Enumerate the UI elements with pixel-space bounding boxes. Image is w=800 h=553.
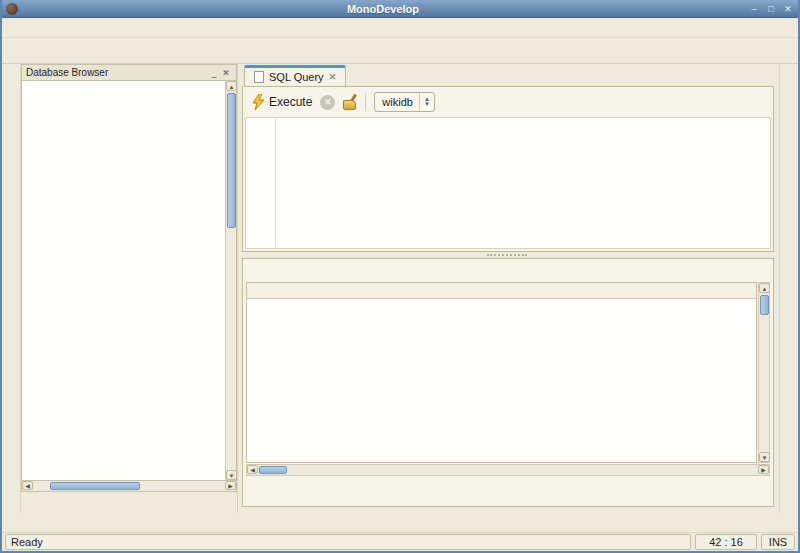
pad-close-icon[interactable]: ✕ (220, 68, 232, 78)
scroll-right-icon[interactable]: ▶ (225, 481, 236, 490)
connection-combo[interactable]: wikidb ▲▼ (374, 92, 435, 112)
pad-header: Database Browser _ ✕ (21, 64, 237, 81)
splitter-handle[interactable] (242, 252, 774, 258)
scroll-up-icon[interactable]: ▲ (759, 283, 770, 293)
minimize-icon[interactable]: ‒ (748, 3, 760, 15)
database-tree (22, 81, 225, 480)
clear-broom-icon[interactable] (343, 94, 357, 110)
right-dock-strip (779, 64, 798, 513)
scroll-down-icon[interactable]: ▼ (759, 452, 770, 462)
grid-horizontal-scrollbar[interactable]: ◀ ▶ (246, 464, 770, 476)
scroll-left-icon[interactable]: ◀ (247, 465, 258, 474)
close-icon[interactable]: ✕ (782, 3, 794, 15)
content-area: Database Browser _ ✕ ▲ ▼ ◀ ▶ (2, 64, 798, 513)
scroll-up-icon[interactable]: ▲ (226, 81, 237, 91)
pad-title: Database Browser (26, 67, 208, 78)
code-lines (276, 118, 284, 248)
pagination-bar (243, 476, 773, 506)
results-panel: ▲ ▼ ◀ ▶ (242, 258, 774, 507)
caret-position: 42 : 16 (695, 534, 757, 550)
tab-close-icon[interactable]: ✕ (329, 72, 337, 82)
grid-header-row (247, 283, 756, 299)
pad-minimize-icon[interactable]: _ (208, 68, 220, 78)
window-title: MonoDevelop (18, 3, 748, 15)
sql-toolbar: Execute ✕ wikidb ▲▼ (243, 87, 773, 117)
status-message: Ready (5, 534, 691, 550)
menubar (2, 18, 798, 38)
execute-button[interactable]: Execute (251, 94, 312, 110)
scroll-down-icon[interactable]: ▼ (226, 470, 237, 480)
document-tabs: SQL Query ✕ (242, 64, 774, 86)
tree-horizontal-scrollbar[interactable]: ◀ ▶ (21, 481, 237, 492)
tree-vertical-scrollbar[interactable]: ▲ ▼ (225, 81, 236, 480)
bottom-pad-tabs (2, 513, 798, 532)
app-icon (6, 3, 18, 15)
sql-editor-panel: Execute ✕ wikidb ▲▼ (242, 86, 774, 252)
stop-query-icon[interactable]: ✕ (320, 95, 335, 110)
scrollbar-thumb[interactable] (259, 466, 287, 474)
scroll-right-icon[interactable]: ▶ (758, 465, 769, 474)
document-icon (254, 71, 264, 83)
insert-mode-indicator: INS (761, 534, 795, 550)
statusbar: Ready 42 : 16 INS (2, 532, 798, 551)
sql-code-editor[interactable] (245, 117, 771, 249)
results-tabs (243, 259, 773, 281)
tab-sql-query[interactable]: SQL Query ✕ (244, 65, 346, 86)
scroll-left-icon[interactable]: ◀ (22, 481, 33, 490)
line-number-gutter (246, 118, 276, 248)
scrollbar-thumb[interactable] (227, 93, 236, 228)
grid-body (247, 299, 756, 462)
document-area: SQL Query ✕ Execute ✕ wikidb ▲▼ (238, 64, 779, 513)
main-toolbar (2, 38, 798, 64)
pad-bottom-tabs (21, 492, 237, 513)
separator (365, 93, 366, 111)
monodevelop-window: MonoDevelop ‒ □ ✕ Database Browser _ ✕ ▲… (0, 0, 800, 553)
left-dock-strip (2, 64, 21, 513)
tab-label: SQL Query (269, 71, 324, 83)
lightning-icon (251, 94, 266, 110)
titlebar: MonoDevelop ‒ □ ✕ (2, 0, 798, 18)
scrollbar-thumb[interactable] (50, 482, 140, 490)
grid-vertical-scrollbar[interactable]: ▲ ▼ (758, 282, 770, 463)
window-controls: ‒ □ ✕ (748, 3, 794, 15)
results-grid (246, 282, 757, 463)
results-grid-container: ▲ ▼ (246, 282, 770, 463)
database-browser-pad: Database Browser _ ✕ ▲ ▼ ◀ ▶ (21, 64, 238, 513)
tree-container: ▲ ▼ (21, 81, 237, 481)
scrollbar-thumb[interactable] (760, 295, 769, 315)
maximize-icon[interactable]: □ (765, 3, 777, 15)
spinner-icon[interactable]: ▲▼ (419, 93, 434, 111)
